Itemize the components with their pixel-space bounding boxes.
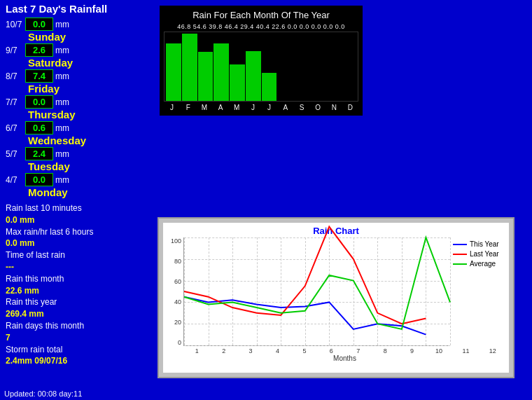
monthly-values-line: 46.8 54.6 39.8 46.4 29.4 40.4 22.6 0.0 0… bbox=[164, 23, 358, 30]
bar-fill bbox=[230, 64, 245, 101]
time-last-rain-label: Time of last rain bbox=[6, 249, 148, 261]
bar-col bbox=[246, 34, 261, 101]
legend-item: Average bbox=[453, 260, 503, 268]
chart-svg bbox=[184, 237, 450, 345]
day-row: 9/72.6mmSaturday bbox=[6, 43, 148, 69]
bar-fill bbox=[262, 73, 277, 101]
day-row: 6/70.6mmWednesday bbox=[6, 121, 148, 146]
date-rain-line: 5/72.4mm bbox=[6, 147, 148, 160]
x-axis-title: Months bbox=[183, 354, 506, 362]
rain-last-10-value: 0.0 mm bbox=[6, 214, 148, 226]
rain-badge: 0.0 bbox=[25, 95, 53, 109]
x-label: 3 bbox=[237, 347, 264, 354]
x-label: 11 bbox=[452, 347, 479, 354]
bar-col bbox=[214, 34, 229, 101]
day-row: 10/70.0mmSunday bbox=[6, 18, 148, 43]
mm-label: mm bbox=[55, 123, 69, 133]
x-label: 7 bbox=[345, 347, 372, 354]
day-date: 4/7 bbox=[6, 175, 25, 185]
chart-plot bbox=[183, 237, 450, 346]
month-label: J bbox=[164, 104, 180, 111]
legend-color bbox=[453, 263, 467, 265]
bar-col bbox=[309, 34, 325, 101]
x-label: 8 bbox=[372, 347, 398, 354]
x-label: 2 bbox=[210, 347, 237, 354]
date-rain-line: 4/70.0mm bbox=[6, 173, 148, 186]
date-rain-line: 8/77.4mm bbox=[6, 69, 148, 83]
day-name: Wednesday bbox=[28, 135, 148, 146]
day-date: 7/7 bbox=[6, 97, 25, 107]
legend-label: Average bbox=[470, 260, 496, 268]
left-panel: Last 7 Day's Rainfall 10/70.0mmSunday9/7… bbox=[0, 0, 154, 400]
legend-label: Last Year bbox=[470, 250, 499, 258]
legend-item: This Year bbox=[453, 240, 503, 248]
rain-chart-title: Rain Chart bbox=[166, 226, 506, 236]
rain-badge: 2.4 bbox=[25, 147, 53, 160]
gridline-h bbox=[184, 345, 450, 346]
mm-label: mm bbox=[55, 46, 69, 55]
legend-label: This Year bbox=[470, 240, 499, 248]
legend-color bbox=[453, 254, 467, 255]
bar-col bbox=[277, 34, 293, 101]
days-container: 10/70.0mmSunday9/72.6mmSaturday8/77.4mmF… bbox=[6, 18, 148, 198]
bar-col bbox=[341, 34, 356, 101]
day-row: 7/70.0mmThursday bbox=[6, 95, 148, 120]
month-label: S bbox=[293, 104, 309, 111]
stats-section: Rain last 10 minutes 0.0 mm Max rain/hr … bbox=[6, 202, 148, 367]
rain-year-value: 269.4 mm bbox=[6, 308, 148, 320]
x-label: 12 bbox=[479, 347, 506, 354]
month-label: D bbox=[342, 104, 358, 111]
day-date: 5/7 bbox=[6, 149, 25, 159]
chart-line bbox=[184, 237, 450, 329]
rain-year-label: Rain this year bbox=[6, 296, 148, 308]
day-name: Tuesday bbox=[28, 160, 148, 172]
x-label: 6 bbox=[318, 347, 344, 354]
day-name: Sunday bbox=[28, 31, 148, 43]
day-row: 5/72.4mmTuesday bbox=[6, 147, 148, 172]
rain-chart-inner: Rain Chart 100806040200 This YearLast Ye… bbox=[163, 223, 509, 373]
day-name: Friday bbox=[28, 83, 148, 95]
x-label: 5 bbox=[291, 347, 318, 354]
day-date: 6/7 bbox=[6, 123, 25, 133]
monthly-chart: Rain For Each Month Of The Year 46.8 54.… bbox=[160, 6, 363, 116]
bar-fill bbox=[182, 34, 197, 101]
month-label: M bbox=[229, 104, 245, 111]
mm-label: mm bbox=[55, 149, 69, 159]
month-label: A bbox=[277, 104, 293, 111]
time-last-rain-value: --- bbox=[6, 261, 148, 273]
date-rain-line: 10/70.0mm bbox=[6, 18, 148, 31]
bar-col bbox=[182, 34, 197, 101]
rain-chart-container: Rain Chart 100806040200 This YearLast Ye… bbox=[158, 217, 514, 378]
x-label: 10 bbox=[426, 347, 452, 354]
max-rain-label: Max rain/hr last 6 hours bbox=[6, 226, 148, 238]
month-label: A bbox=[213, 104, 229, 111]
day-name: Saturday bbox=[28, 57, 148, 69]
monthly-chart-title: Rain For Each Month Of The Year bbox=[164, 10, 358, 20]
bar-fill bbox=[166, 43, 181, 101]
x-label: 9 bbox=[398, 347, 425, 354]
legend-color bbox=[453, 244, 467, 245]
day-date: 9/7 bbox=[6, 46, 25, 55]
month-label: J bbox=[245, 104, 261, 111]
bar-col bbox=[166, 34, 181, 101]
rain-month-label: Rain this month bbox=[6, 273, 148, 285]
y-label: 100 bbox=[166, 237, 181, 244]
day-name: Monday bbox=[28, 186, 148, 198]
rain-badge: 2.6 bbox=[25, 43, 53, 57]
rain-badge: 0.0 bbox=[25, 173, 53, 186]
chart-legend: This YearLast YearAverage bbox=[450, 237, 506, 346]
bar-col bbox=[262, 34, 277, 101]
bars-container bbox=[164, 32, 358, 102]
month-label: O bbox=[310, 104, 326, 111]
rain-last-10-label: Rain last 10 minutes bbox=[6, 202, 148, 214]
x-axis-labels: 123456789101112 bbox=[183, 346, 506, 354]
rain-days-label: Rain days this month bbox=[6, 320, 148, 332]
x-label: 1 bbox=[183, 347, 210, 354]
date-rain-line: 9/72.6mm bbox=[6, 43, 148, 57]
storm-total-value: 2.4mm 09/07/16 bbox=[6, 355, 148, 367]
bar-fill bbox=[198, 52, 214, 101]
updated-line: Updated: 00:08 day:11 bbox=[4, 389, 82, 398]
gridline-v bbox=[450, 237, 451, 345]
rain-badge: 7.4 bbox=[25, 69, 53, 83]
mm-label: mm bbox=[55, 71, 69, 81]
